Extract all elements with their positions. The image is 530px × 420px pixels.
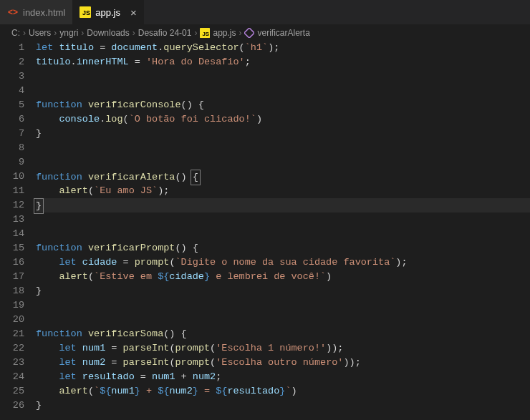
code-line[interactable]: function verificarSoma() { <box>36 327 530 341</box>
line-number: 15 <box>0 241 24 255</box>
code-line[interactable]: console.log(`O botão foi clicado!`) <box>36 112 530 127</box>
js-icon: JS <box>80 6 91 18</box>
breadcrumb: C:›Users›yngri›Downloads›Desafio 24-01›J… <box>0 25 530 41</box>
line-number: 21 <box>0 327 24 341</box>
breadcrumb-symbol[interactable]: verificarAlerta <box>257 28 309 38</box>
code-line[interactable]: alert(`Eu amo JS`); <box>36 184 530 198</box>
line-number: 26 <box>0 399 24 413</box>
code-line[interactable] <box>36 298 530 313</box>
line-number: 14 <box>0 227 24 241</box>
code-line[interactable]: let cidade = prompt(`Digite o nome da su… <box>36 255 530 270</box>
svg-rect-4 <box>244 28 254 38</box>
code-line[interactable] <box>36 69 530 84</box>
code-line[interactable]: function verificarPrompt() { <box>36 241 530 255</box>
code-line[interactable]: let num2 = parseInt(prompt('Escolha outr… <box>36 356 530 370</box>
tab-label: index.html <box>23 7 65 18</box>
breadcrumb-file[interactable]: app.js <box>213 28 236 38</box>
line-number: 17 <box>0 270 24 284</box>
tab-app-js[interactable]: JSapp.js× <box>72 0 143 24</box>
svg-text:JS: JS <box>82 9 90 16</box>
code-line[interactable]: let titulo = document.querySelector(`h1`… <box>36 41 530 55</box>
code-line[interactable]: } <box>36 399 530 413</box>
line-number: 1 <box>0 41 24 55</box>
bracket-highlight: { <box>191 170 201 185</box>
line-number: 6 <box>0 112 24 127</box>
tab-label: app.js <box>95 7 120 18</box>
line-number: 4 <box>0 84 24 98</box>
line-number: 16 <box>0 255 24 270</box>
code-line[interactable]: function verificarAlerta() { <box>36 170 530 184</box>
chevron-right-icon: › <box>54 28 57 38</box>
bracket-highlight: } <box>34 198 44 214</box>
line-number: 20 <box>0 313 24 327</box>
code-line[interactable]: function verificarConsole() { <box>36 98 530 112</box>
line-number: 8 <box>0 141 24 155</box>
svg-text:JS: JS <box>203 31 210 37</box>
chevron-right-icon: › <box>81 28 84 38</box>
code-line[interactable]: } <box>36 127 530 141</box>
line-number: 9 <box>0 155 24 170</box>
chevron-right-icon: › <box>194 28 197 38</box>
code-line[interactable] <box>36 227 530 241</box>
code-line[interactable]: let num1 = parseInt(prompt('Escolha 1 nú… <box>36 341 530 356</box>
code-line[interactable] <box>36 155 530 170</box>
chevron-right-icon: › <box>132 28 135 38</box>
line-number: 10 <box>0 170 24 184</box>
editor-tabs: <>index.htmlJSapp.js× <box>0 0 530 25</box>
line-number: 12 <box>0 198 24 213</box>
code-line[interactable]: alert(`Estive em ${cidade} e lembrei de … <box>36 270 530 284</box>
breadcrumb-part[interactable]: Desafio 24-01 <box>138 28 192 38</box>
line-number: 23 <box>0 356 24 370</box>
breadcrumb-part[interactable]: yngri <box>59 28 78 38</box>
close-icon[interactable]: × <box>130 7 137 18</box>
code-line[interactable]: } <box>36 198 530 213</box>
html-icon: <> <box>7 6 19 18</box>
code-line[interactable]: alert(`${num1} + ${num2} = ${resultado}`… <box>36 384 530 399</box>
line-number: 13 <box>0 213 24 227</box>
code-line[interactable] <box>36 313 530 327</box>
code-line[interactable]: titulo.innerHTML = 'Hora do Desafio'; <box>36 55 530 69</box>
code-line[interactable] <box>36 84 530 98</box>
breadcrumb-part[interactable]: C: <box>11 28 20 38</box>
chevron-right-icon: › <box>238 28 241 38</box>
code-line[interactable]: } <box>36 284 530 298</box>
tab-index-html[interactable]: <>index.html <box>0 0 72 24</box>
line-number: 18 <box>0 284 24 298</box>
line-number: 24 <box>0 370 24 384</box>
breadcrumb-part[interactable]: Downloads <box>87 28 129 38</box>
code-line[interactable] <box>36 213 530 227</box>
code-content[interactable]: let titulo = document.querySelector(`h1`… <box>36 41 530 413</box>
js-icon: JS <box>200 28 210 38</box>
line-number: 19 <box>0 298 24 313</box>
line-numbers: 1234567891011121314151617181920212223242… <box>0 41 36 413</box>
code-editor[interactable]: 1234567891011121314151617181920212223242… <box>0 41 530 413</box>
line-number: 2 <box>0 55 24 69</box>
method-icon <box>244 28 254 38</box>
line-number: 7 <box>0 127 24 141</box>
line-number: 5 <box>0 98 24 112</box>
code-line[interactable] <box>36 141 530 155</box>
line-number: 25 <box>0 384 24 399</box>
line-number: 11 <box>0 184 24 198</box>
code-line[interactable]: let resultado = num1 + num2; <box>36 370 530 384</box>
breadcrumb-part[interactable]: Users <box>29 28 51 38</box>
chevron-right-icon: › <box>23 28 26 38</box>
line-number: 3 <box>0 69 24 84</box>
line-number: 22 <box>0 341 24 356</box>
